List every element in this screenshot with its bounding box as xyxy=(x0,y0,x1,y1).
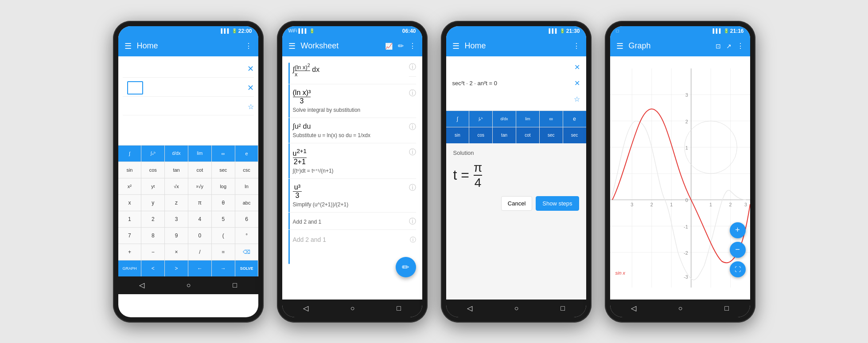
kb-p-def-int[interactable]: ∫ₐᵇ xyxy=(469,111,493,127)
kb-y2[interactable]: yt xyxy=(141,178,165,194)
share-icon[interactable]: ↗ xyxy=(726,43,732,50)
kb-p-ddx[interactable]: d/dx xyxy=(493,111,516,127)
kb-x2[interactable]: x² xyxy=(118,178,142,194)
kb-plus[interactable]: + xyxy=(118,244,142,260)
kb-degree[interactable]: ° xyxy=(235,228,258,244)
kb-minus[interactable]: − xyxy=(141,244,165,260)
kb-p-tan[interactable]: tan xyxy=(493,127,516,143)
hamburger-icon-2[interactable]: ☰ xyxy=(288,41,296,51)
zoom-in-fab[interactable]: + xyxy=(730,222,746,238)
kb-abc[interactable]: abc xyxy=(235,195,258,211)
fab-edit[interactable]: ✏ xyxy=(396,257,416,277)
kb-nroot[interactable]: x√y xyxy=(188,178,212,194)
more-icon-2[interactable]: ⋮ xyxy=(409,42,416,50)
kb-1[interactable]: 1 xyxy=(118,211,142,227)
kb-p-e[interactable]: e xyxy=(563,111,586,127)
kb-inf[interactable]: ∞ xyxy=(212,146,235,162)
star-icon[interactable]: ☆ xyxy=(248,103,254,111)
nav-square-2[interactable]: □ xyxy=(397,304,401,312)
kb-mult[interactable]: × xyxy=(165,244,188,260)
edit-icon-2[interactable]: ✏ xyxy=(398,42,404,50)
clear-icon-1[interactable]: ✕ xyxy=(247,64,254,74)
screenshot-icon[interactable]: ⊡ xyxy=(716,43,721,50)
hamburger-icon-4[interactable]: ☰ xyxy=(616,41,623,51)
kb-div[interactable]: / xyxy=(188,244,212,260)
kb-graph[interactable]: GRAPH xyxy=(118,260,142,276)
info-icon-4[interactable]: ⓘ xyxy=(409,148,416,157)
kb-9[interactable]: 9 xyxy=(165,228,188,244)
zoom-out-fab[interactable]: − xyxy=(730,242,746,258)
hamburger-icon-1[interactable]: ☰ xyxy=(125,41,132,51)
kb-y[interactable]: y xyxy=(141,195,165,211)
kb-3[interactable]: 3 xyxy=(165,211,188,227)
nav-back-1[interactable]: ◁ xyxy=(139,281,144,289)
kb-z[interactable]: z xyxy=(165,195,188,211)
cancel-button[interactable]: Cancel xyxy=(501,196,532,211)
kb-0[interactable]: 0 xyxy=(188,228,212,244)
nav-back-3[interactable]: ◁ xyxy=(467,304,472,312)
kb-theta[interactable]: θ xyxy=(212,195,235,211)
kb-p-sin[interactable]: sin xyxy=(446,127,470,143)
kb-p-integral[interactable]: ∫ xyxy=(446,111,470,127)
clear-icon-2[interactable]: ✕ xyxy=(247,83,254,93)
kb-sin[interactable]: sin xyxy=(118,162,142,178)
kb-lparen[interactable]: ( xyxy=(212,228,235,244)
more-icon-3[interactable]: ⋮ xyxy=(573,42,580,50)
nav-home-2[interactable]: ○ xyxy=(350,304,355,312)
kb-lt[interactable]: < xyxy=(141,260,165,276)
kb-p-cot[interactable]: cot xyxy=(516,127,540,143)
kb-p-sec2[interactable]: sec xyxy=(563,127,586,143)
star-icon-3[interactable]: ☆ xyxy=(574,95,580,103)
kb-cos[interactable]: cos xyxy=(141,162,165,178)
nav-square-3[interactable]: □ xyxy=(561,304,565,312)
kb-tan[interactable]: tan xyxy=(165,162,188,178)
kb-def-integral[interactable]: ∫ₐᵇ xyxy=(141,146,165,162)
hamburger-icon-3[interactable]: ☰ xyxy=(452,41,459,51)
info-icon-6[interactable]: ⓘ xyxy=(409,217,416,226)
kb-p-cos[interactable]: cos xyxy=(469,127,493,143)
kb-sqrt[interactable]: √x xyxy=(165,178,188,194)
kb-log[interactable]: log xyxy=(212,178,235,194)
fullscreen-fab[interactable]: ⛶ xyxy=(730,261,746,277)
clear-icon-3-2[interactable]: ✕ xyxy=(574,79,580,87)
kb-ln[interactable]: ln xyxy=(235,178,258,194)
kb-left[interactable]: ← xyxy=(188,260,212,276)
nav-square-4[interactable]: □ xyxy=(724,304,729,312)
kb-2[interactable]: 2 xyxy=(141,211,165,227)
info-icon-1[interactable]: ⓘ xyxy=(409,63,416,77)
kb-backspace[interactable]: ⌫ xyxy=(235,244,258,260)
kb-x[interactable]: x xyxy=(118,195,142,211)
kb-eq[interactable]: = xyxy=(212,244,235,260)
more-icon-1[interactable]: ⋮ xyxy=(245,42,252,50)
nav-square-1[interactable]: □ xyxy=(233,281,237,289)
info-icon-7[interactable]: ⓘ xyxy=(410,236,416,244)
info-icon-5[interactable]: ⓘ xyxy=(409,183,416,193)
info-icon-2[interactable]: ⓘ xyxy=(409,89,416,98)
kb-7[interactable]: 7 xyxy=(118,228,142,244)
kb-gt[interactable]: > xyxy=(165,260,188,276)
nav-back-4[interactable]: ◁ xyxy=(631,304,636,312)
kb-e[interactable]: e xyxy=(235,146,258,162)
kb-p-lim[interactable]: lim xyxy=(516,111,540,127)
kb-sec[interactable]: sec xyxy=(212,162,235,178)
graph-icon-2[interactable]: 📈 xyxy=(385,43,393,50)
kb-solve[interactable]: SOLVE xyxy=(235,260,258,276)
kb-cot[interactable]: cot xyxy=(188,162,212,178)
clear-icon-3-1[interactable]: ✕ xyxy=(574,63,580,71)
nav-home-4[interactable]: ○ xyxy=(678,304,683,312)
ws-add-row[interactable]: Add 2 and 1 ⓘ xyxy=(288,234,416,246)
kb-integral[interactable]: ∫ xyxy=(118,146,142,162)
kb-right[interactable]: → xyxy=(212,260,235,276)
kb-5[interactable]: 5 xyxy=(212,211,235,227)
kb-csc[interactable]: csc xyxy=(235,162,258,178)
nav-back-2[interactable]: ◁ xyxy=(303,304,308,312)
input-box[interactable] xyxy=(127,81,143,95)
kb-8[interactable]: 8 xyxy=(141,228,165,244)
kb-4[interactable]: 4 xyxy=(188,211,212,227)
kb-deriv[interactable]: d/dx xyxy=(165,146,188,162)
more-icon-4[interactable]: ⋮ xyxy=(737,42,744,50)
info-icon-3[interactable]: ⓘ xyxy=(409,122,416,132)
kb-p-sec[interactable]: sec xyxy=(540,127,563,143)
kb-p-inf[interactable]: ∞ xyxy=(540,111,563,127)
kb-lim[interactable]: lim xyxy=(188,146,212,162)
